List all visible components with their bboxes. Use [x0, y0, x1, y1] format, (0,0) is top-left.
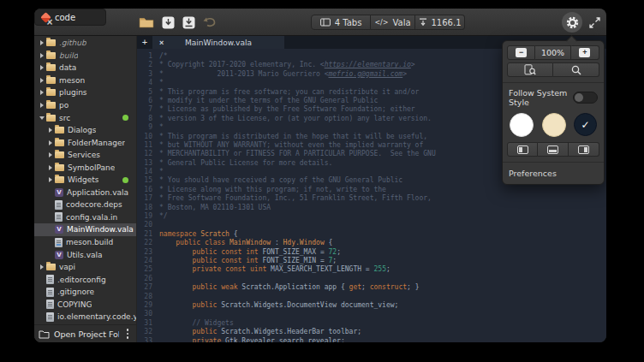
project-menu-button[interactable] [123, 328, 132, 341]
tree-item-plugins[interactable]: plugins [34, 86, 136, 99]
style-sepia-button[interactable] [542, 113, 566, 137]
folder-icon [46, 102, 56, 109]
follow-system-style-row: Follow System Style [507, 87, 599, 110]
tree-item-label: Dialogs [68, 126, 96, 134]
tree-item-dialogs[interactable]: Dialogs [34, 124, 136, 137]
tree-item-mainwindow-vala[interactable]: MainWindow.vala [34, 223, 136, 236]
tree-item-label: .github [59, 39, 86, 47]
expander-icon[interactable] [46, 140, 55, 145]
tree-item-meson-build[interactable]: meson.build [34, 236, 136, 249]
find-controls [507, 62, 599, 77]
tree-item-application-vala[interactable]: Application.vala [34, 187, 136, 199]
find-in-project-button[interactable] [507, 62, 553, 77]
line-number: 6 [137, 97, 152, 105]
fullscreen-button[interactable] [587, 15, 601, 29]
save-button[interactable] [162, 16, 175, 29]
expander-icon[interactable] [38, 53, 46, 58]
tree-item-config-vala-in[interactable]: config.vala.in [34, 211, 136, 224]
expander-icon[interactable] [38, 90, 46, 95]
style-dark-button[interactable]: ✓ [574, 113, 597, 136]
settings-gear-button[interactable] [562, 12, 582, 33]
new-tab-button[interactable]: + [137, 36, 152, 49]
tree-item--editorconfig[interactable]: .editorconfig [34, 273, 136, 286]
open-project-folder-button[interactable]: Open Project Folder... [34, 324, 136, 342]
goto-line-button[interactable]: 1166.1 [415, 15, 465, 30]
expander-icon[interactable] [38, 103, 46, 108]
tree-item-codecore-deps[interactable]: codecore.deps [34, 199, 136, 211]
zoom-controls: − 100% + [507, 45, 599, 60]
expander-icon[interactable] [38, 264, 46, 270]
layout-sidebar-left-button[interactable] [507, 142, 538, 157]
zoom-in-button[interactable]: + [571, 45, 599, 60]
open-folder-icon [39, 329, 50, 339]
expander-icon[interactable] [46, 152, 55, 157]
save-icon [162, 16, 175, 29]
folder-icon [139, 16, 154, 28]
line-number: 1 [137, 52, 152, 61]
zoom-out-button[interactable]: − [507, 45, 535, 60]
tree-item-label: FolderManager [68, 139, 125, 147]
preferences-menu-item[interactable]: Preferences [507, 167, 599, 181]
tree-item--github[interactable]: .github [34, 37, 136, 50]
expander-icon[interactable] [46, 165, 55, 170]
text-file-icon [46, 275, 54, 284]
line-number: 33 [137, 337, 152, 343]
expander-icon[interactable] [38, 78, 46, 83]
tree-item-services[interactable]: Services [34, 149, 136, 162]
tree-item-data[interactable]: data [34, 62, 136, 74]
tree-item-copying[interactable]: COPYING [34, 298, 136, 311]
layout-sidebar-right-button[interactable] [569, 142, 599, 157]
tree-item--gitignore[interactable]: .gitignore [34, 286, 136, 299]
code-line: * License along with this program; if no… [159, 186, 606, 194]
tree-item-build[interactable]: build [34, 50, 136, 62]
tree-item-label: io.elementary.code.yml [57, 312, 136, 321]
tab-close-icon[interactable]: × [159, 39, 164, 47]
save-as-button[interactable] [182, 16, 195, 29]
line-number: 2 [137, 61, 152, 69]
check-icon: ✓ [581, 119, 589, 131]
tree-item-utils-vala[interactable]: Utils.vala [34, 248, 136, 261]
revert-arrow-icon [203, 16, 217, 28]
tree-item-src[interactable]: src [34, 111, 136, 124]
expander-icon[interactable] [46, 128, 55, 133]
open-file-button[interactable] [139, 16, 154, 28]
tree-item-symbolpane[interactable]: SymbolPane [34, 161, 136, 174]
tree-item-foldermanager[interactable]: FolderManager [34, 136, 136, 149]
tree-item-meson[interactable]: meson [34, 74, 136, 87]
tabs-overview-button[interactable]: 4 Tabs [311, 15, 371, 30]
expand-arrows-icon [589, 17, 600, 28]
tree-item-po[interactable]: po [34, 99, 136, 112]
language-button[interactable]: </> Vala [371, 15, 415, 30]
tab-mainwindow-vala[interactable]: × MainWindow.vala [152, 36, 284, 49]
layout-bottom-panel-button[interactable] [538, 142, 569, 157]
line-number: 30 [137, 310, 152, 318]
tree-item-io-elementary-code-yml[interactable]: io.elementary.code.yml [34, 311, 136, 323]
tree-item-label: Application.vala [67, 188, 128, 197]
expander-icon[interactable] [38, 65, 46, 70]
folder-icon [55, 164, 64, 171]
text-file-icon [46, 288, 54, 297]
folder-icon [46, 77, 56, 84]
line-number: 22 [137, 239, 152, 247]
tree-item-widgets[interactable]: Widgets [34, 174, 136, 187]
follow-system-style-toggle[interactable] [573, 92, 598, 104]
style-light-button[interactable] [510, 113, 534, 137]
kebab-dot [127, 329, 129, 331]
tree-item-label: meson.build [66, 238, 113, 246]
zoom-level-label: 100% [535, 45, 570, 60]
expander-icon[interactable] [46, 177, 55, 182]
expander-icon[interactable] [38, 116, 46, 120]
folder-icon [55, 139, 64, 146]
tree-item-label: MainWindow.vala [67, 225, 134, 234]
modified-badge [122, 115, 128, 121]
revert-button[interactable] [203, 16, 217, 28]
find-button[interactable] [553, 62, 599, 77]
line-number: 8 [137, 115, 152, 123]
tree-item-vapi[interactable]: vapi [34, 261, 136, 274]
line-number: 16 [137, 186, 152, 194]
folder-icon [46, 115, 56, 122]
sidebar-right-icon [578, 145, 589, 154]
expander-icon[interactable] [38, 40, 46, 45]
popover-separator [503, 82, 604, 83]
file-tree: .githubbuilddatamesonpluginsposrcDialogs… [34, 37, 136, 324]
